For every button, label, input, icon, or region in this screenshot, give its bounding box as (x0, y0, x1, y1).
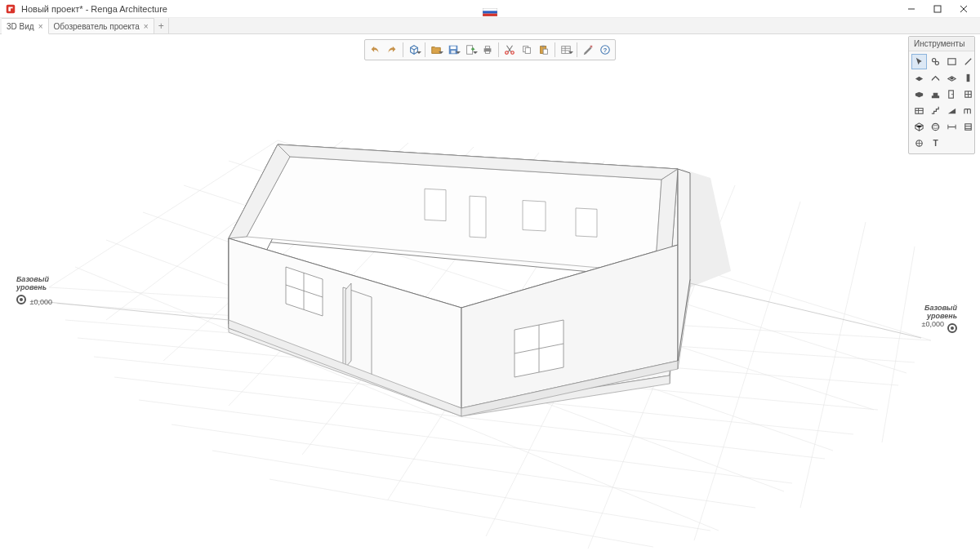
svg-point-114 (932, 126, 938, 129)
tool-level[interactable] (960, 119, 976, 135)
tool-model[interactable] (928, 119, 943, 135)
settings-button[interactable] (580, 42, 596, 58)
title-bar: Новый проект* - Renga Architecture (0, 0, 980, 18)
svg-marker-64 (345, 283, 351, 367)
tab-label: Обозреватель проекта (54, 22, 140, 31)
svg-rect-79 (451, 47, 457, 50)
svg-line-76 (31, 300, 229, 320)
tool-link[interactable] (928, 54, 943, 69)
view-mode-button[interactable] (406, 42, 422, 58)
svg-point-100 (935, 61, 938, 64)
tool-door[interactable] (944, 87, 960, 102)
svg-rect-101 (948, 59, 956, 64)
redo-button[interactable] (384, 42, 400, 58)
tool-panel: Инструменты T (908, 36, 975, 154)
help-button[interactable]: ? (597, 42, 613, 58)
svg-rect-103 (951, 78, 954, 80)
tool-window[interactable] (960, 87, 976, 102)
level-dot-icon (16, 295, 26, 304)
tool-beam[interactable] (911, 87, 927, 102)
workspace: ? Инструменты T (0, 34, 980, 551)
level-marker-left[interactable]: Базовый уровень ±0,000 (16, 275, 52, 306)
tab-project-browser[interactable]: Обозреватель проекта × (49, 18, 154, 33)
svg-rect-84 (485, 51, 489, 54)
tool-slab[interactable] (911, 70, 927, 86)
close-button[interactable] (951, 0, 977, 18)
svg-rect-71 (576, 208, 597, 237)
export-button[interactable] (462, 42, 479, 58)
tool-foundation[interactable] (928, 87, 943, 102)
paste-button[interactable] (536, 42, 552, 58)
svg-line-16 (172, 424, 755, 508)
level-dot-icon (947, 323, 957, 333)
svg-point-99 (933, 59, 936, 62)
svg-rect-92 (562, 47, 571, 54)
tool-room[interactable] (911, 103, 927, 118)
svg-rect-6 (934, 6, 941, 12)
tool-opening[interactable] (944, 70, 960, 86)
tool-section[interactable] (911, 136, 927, 151)
svg-text:?: ? (604, 47, 608, 54)
add-tab-button[interactable]: + (154, 18, 169, 33)
svg-rect-81 (467, 46, 473, 55)
svg-rect-2 (483, 11, 497, 13)
close-icon[interactable]: × (38, 22, 43, 31)
properties-button[interactable] (558, 42, 574, 58)
level-marker-right[interactable]: Базовый уровень ±0,000 (922, 304, 957, 333)
tool-group[interactable] (911, 119, 927, 135)
svg-point-106 (951, 94, 952, 95)
close-icon[interactable]: × (144, 22, 149, 31)
app-icon (5, 3, 16, 15)
svg-line-18 (270, 479, 653, 547)
save-button[interactable] (445, 42, 461, 58)
undo-button[interactable] (367, 42, 383, 58)
tool-wall[interactable] (944, 54, 960, 69)
svg-rect-90 (541, 46, 545, 47)
tool-roof[interactable] (928, 70, 943, 86)
cut-button[interactable] (501, 42, 518, 58)
tool-column[interactable] (960, 70, 976, 86)
svg-point-113 (932, 123, 938, 130)
svg-rect-96 (590, 46, 593, 48)
svg-rect-70 (523, 201, 546, 231)
open-button[interactable] (428, 42, 444, 58)
svg-rect-3 (483, 14, 497, 16)
svg-rect-91 (543, 49, 547, 54)
tool-dimension[interactable] (944, 119, 960, 135)
maximize-button[interactable] (924, 0, 951, 18)
window-title: Новый проект* - Renga Architecture (21, 4, 167, 14)
viewport-3d[interactable] (0, 34, 980, 551)
language-flag-icon[interactable] (483, 5, 497, 13)
tab-label: 3D Вид (7, 22, 34, 31)
svg-line-29 (882, 247, 915, 442)
tab-bar: 3D Вид × Обозреватель проекта × + (0, 18, 980, 34)
tool-railing[interactable] (960, 103, 976, 118)
svg-rect-69 (470, 196, 486, 238)
svg-rect-68 (425, 189, 446, 220)
tool-ramp[interactable] (944, 103, 960, 118)
svg-rect-83 (485, 47, 489, 49)
tool-line[interactable] (960, 54, 976, 69)
svg-line-28 (800, 222, 866, 508)
svg-line-77 (690, 283, 921, 338)
tool-select[interactable] (911, 54, 927, 69)
svg-point-86 (511, 51, 514, 55)
tool-panel-title: Инструменты (909, 37, 974, 51)
minimize-button[interactable] (898, 0, 924, 18)
svg-rect-88 (525, 47, 530, 53)
tool-stair[interactable] (928, 103, 943, 118)
main-toolbar: ? (364, 39, 616, 60)
copy-button[interactable] (519, 42, 535, 58)
svg-text:T: T (933, 139, 938, 148)
print-button[interactable] (479, 42, 496, 58)
svg-point-85 (506, 51, 509, 55)
svg-rect-80 (451, 51, 455, 54)
svg-line-102 (965, 59, 971, 64)
svg-rect-104 (967, 74, 970, 82)
svg-marker-75 (678, 169, 690, 361)
tab-3d-view[interactable]: 3D Вид × (2, 18, 49, 34)
svg-rect-118 (965, 124, 971, 130)
tool-text[interactable]: T (928, 136, 943, 151)
